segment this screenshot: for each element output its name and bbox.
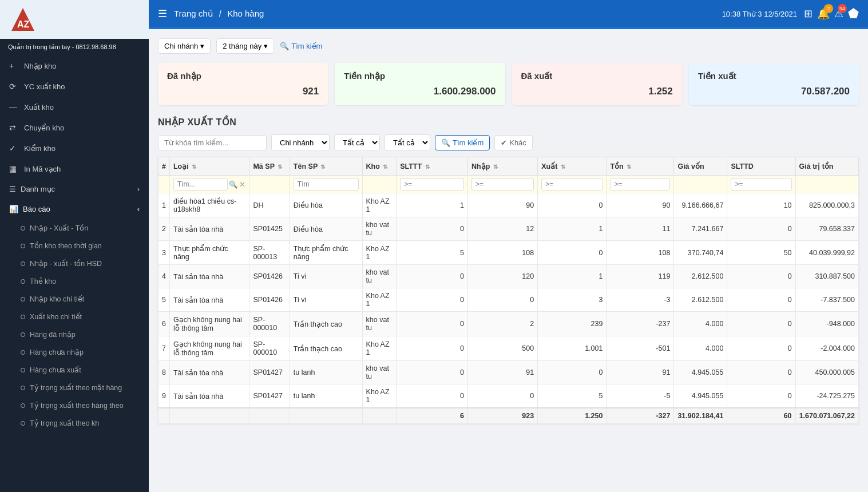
cell-gia-tri-ton: -948.000	[795, 312, 858, 336]
sidebar-item-in-ma-vach[interactable]: ▦ In Mã vạch	[0, 158, 149, 179]
minus-icon: —	[9, 102, 19, 112]
table-row: 7 Gạch không nung hai lỗ thông tâm SP-00…	[158, 336, 859, 361]
sidebar-item-danh-muc[interactable]: ☰ Danh mục ›	[0, 179, 149, 199]
notification-badge: 2	[824, 4, 833, 13]
circle-icon	[21, 244, 25, 248]
ten-sp-search-input[interactable]	[294, 178, 359, 191]
sidebar-sub-hang-chua-nhap[interactable]: Hàng chưa nhập	[0, 343, 149, 361]
search-cell-xuat[interactable]	[538, 176, 607, 193]
col-loai[interactable]: Loại ⇅	[169, 157, 249, 176]
loai-search-input[interactable]	[173, 178, 228, 191]
sidebar-sub-hang-da-nhap[interactable]: Hàng đã nhập	[0, 326, 149, 343]
hamburger-icon[interactable]: ☰	[158, 7, 167, 20]
branch-filter[interactable]: Chi nhánh ▾	[158, 38, 211, 54]
sidebar-item-chuyen-kho[interactable]: ⇄ Chuyển kho	[0, 117, 149, 138]
card-value-tien-xuat: 70.587.200	[698, 86, 850, 97]
col-slttt[interactable]: SLTTT ⇅	[397, 157, 468, 176]
card-value-da-xuat: 1.252	[521, 86, 673, 97]
search-cell-kho	[362, 176, 397, 193]
search-cell-ma-sp	[249, 176, 290, 193]
sidebar-sub-ty-trong-hang-theo[interactable]: Tỷ trọng xuất theo hàng theo	[0, 396, 149, 414]
col-gia-von[interactable]: Giá vốn	[674, 157, 727, 176]
cell-xuat: 3	[538, 288, 607, 312]
col-ten-sp[interactable]: Tên SP ⇅	[290, 157, 362, 176]
table-filter-row: Chi nhánh Tất cả Tất cả 🔍 Tìm kiếm ✔ Khá…	[158, 134, 859, 151]
sidebar-item-label: Báo cáo	[23, 205, 50, 213]
table-row: 6 Gạch không nung hai lỗ thông tâm SP-00…	[158, 312, 859, 336]
col-slttd[interactable]: SLTTD	[727, 157, 795, 176]
col-xuat[interactable]: Xuất ⇅	[538, 157, 607, 176]
col-kho[interactable]: Kho ⇅	[362, 157, 397, 176]
sidebar-sub-nhap-xuat-ton-hsd[interactable]: Nhập - xuất - tồn HSD	[0, 255, 149, 272]
breadcrumb-home[interactable]: Trang chủ	[174, 9, 213, 18]
refresh-icon: ⟳	[9, 82, 19, 91]
total-ten-sp	[290, 408, 362, 424]
col-gia-tri-ton[interactable]: Giá trị tồn	[795, 157, 858, 176]
total-ma-sp	[249, 408, 290, 424]
slttt-filter-input[interactable]	[400, 178, 464, 191]
total-gia-tri-ton: 1.670.071.067,22	[795, 408, 858, 424]
search-cell-ten-sp[interactable]	[290, 176, 362, 193]
check-icon: ✓	[9, 144, 19, 153]
sidebar: AZ Quản trị trong tầm tay - 0812.98.68.9…	[0, 0, 149, 492]
search-cell-loai[interactable]: 🔍 ✕	[169, 176, 249, 193]
sidebar-sub-xuat-kho-ct[interactable]: Xuất kho chi tiết	[0, 308, 149, 326]
sidebar-sub-nhap-kho-ct[interactable]: Nhập kho chi tiết	[0, 290, 149, 308]
cell-ten-sp: Thực phẩm chức năng	[290, 241, 362, 265]
grid-icon[interactable]: ⊞	[804, 7, 812, 20]
cell-num: 4	[158, 265, 170, 288]
cell-loai: Tài sản tòa nhà	[169, 265, 249, 288]
sidebar-item-label: In Mã vạch	[24, 165, 61, 173]
col-ma-sp[interactable]: Mã SP ⇅	[249, 157, 290, 176]
alert-icon[interactable]: ⚠ 94	[834, 7, 843, 20]
sidebar-item-yc-xuat-kho[interactable]: ⟳ YC xuất kho	[0, 76, 149, 97]
breadcrumb-separator: /	[219, 9, 221, 18]
cell-ton: -501	[607, 336, 674, 361]
search-mini-icon[interactable]: 🔍	[229, 180, 238, 189]
sidebar-item-bao-cao[interactable]: 📊 Báo cáo ‹	[0, 199, 149, 219]
search-cell-ton[interactable]	[607, 176, 674, 193]
col-nhap[interactable]: Nhập ⇅	[467, 157, 537, 176]
cell-slttd: 0	[727, 217, 795, 241]
search-link[interactable]: 🔍 Tìm kiếm	[280, 42, 322, 50]
search-cell-slttd[interactable]	[727, 176, 795, 193]
user-icon[interactable]: ⬟	[848, 6, 859, 21]
clear-mini-icon[interactable]: ✕	[239, 180, 245, 189]
col-ton[interactable]: Tồn ⇅	[607, 157, 674, 176]
filter-select-2[interactable]: Tất cả	[385, 134, 430, 151]
table-search-button[interactable]: 🔍 Tìm kiếm	[435, 135, 490, 150]
nhap-filter-input[interactable]	[471, 178, 534, 191]
sidebar-sub-hang-chua-xuat[interactable]: Hàng chưa xuất	[0, 361, 149, 379]
sidebar-sub-nhap-xuat-ton[interactable]: Nhập - Xuất - Tồn	[0, 219, 149, 237]
sidebar-item-nhap-kho[interactable]: + Nhập kho	[0, 55, 149, 76]
period-filter[interactable]: 2 tháng này ▾	[216, 38, 274, 54]
cell-slttd: 0	[727, 361, 795, 384]
search-cell-slttt[interactable]	[397, 176, 468, 193]
sidebar-sub-ty-trong-mat-hang[interactable]: Tỷ trọng xuất theo mặt hàng	[0, 379, 149, 396]
branch-select[interactable]: Chi nhánh	[271, 134, 330, 151]
search-cell-nhap[interactable]	[467, 176, 537, 193]
sidebar-item-xuat-kho[interactable]: — Xuất kho	[0, 97, 149, 117]
cell-slttd: 0	[727, 265, 795, 288]
xuat-filter-input[interactable]	[541, 178, 603, 191]
slttd-filter-input[interactable]	[731, 178, 791, 191]
cell-loai: Tài sản tòa nhà	[169, 384, 249, 408]
table-row: 5 Tài sản tòa nhà SP01426 Ti vi Kho AZ 1…	[158, 288, 859, 312]
cell-kho: kho vat tu	[362, 312, 397, 336]
filter-select-1[interactable]: Tất cả	[334, 134, 380, 151]
sidebar-item-kiem-kho[interactable]: ✓ Kiểm kho	[0, 138, 149, 158]
bell-icon[interactable]: 🔔 2	[817, 7, 830, 20]
sidebar-sub-the-kho[interactable]: Thẻ kho	[0, 272, 149, 290]
chevron-left-icon: ‹	[137, 205, 140, 213]
table-other-button[interactable]: ✔ Khác	[494, 135, 533, 150]
cell-slttd: 0	[727, 384, 795, 408]
sidebar-sub-ton-kho-thoi-gian[interactable]: Tồn kho theo thời gian	[0, 237, 149, 255]
section-title: NHẬP XUẤT TỒN	[158, 117, 859, 128]
sidebar-sub-ty-trong-kh[interactable]: Tỷ trọng xuất theo kh	[0, 414, 149, 432]
keyword-input[interactable]	[158, 135, 267, 150]
circle-icon	[21, 226, 25, 231]
ton-filter-input[interactable]	[610, 178, 670, 191]
cell-ma-sp: SP01426	[249, 265, 290, 288]
total-loai	[169, 408, 249, 424]
cell-kho: kho vat tu	[362, 217, 397, 241]
